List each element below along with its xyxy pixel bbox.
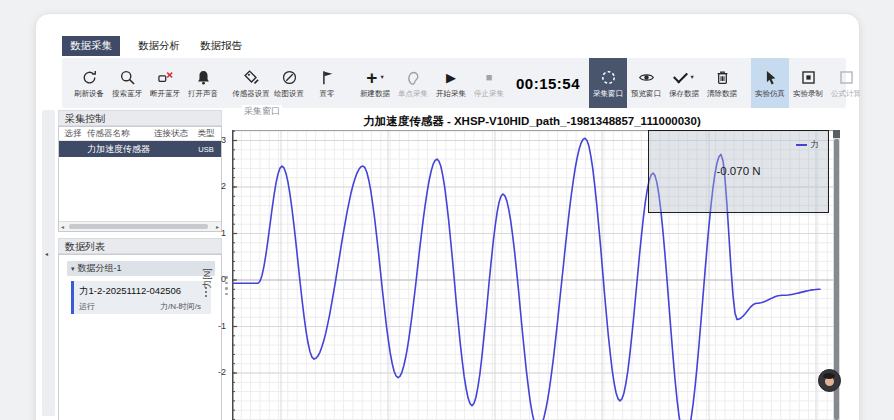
data-item-card[interactable]: 力1-2-20251112-042506 运行 力/N-时间/s: [71, 281, 211, 314]
scrollbar-top-cap[interactable]: [833, 130, 840, 138]
legend-entry-label: 力: [811, 139, 820, 151]
single-point-collect-button[interactable]: 单点采集: [394, 58, 432, 108]
sensor-settings-button[interactable]: 传感器设置: [232, 58, 270, 108]
bluetooth-disconnect-icon: [157, 68, 174, 87]
draw-settings-icon: [281, 68, 298, 87]
save-data-button[interactable]: ▾ 保存数据: [665, 58, 703, 108]
sidebar-collapse-strip[interactable]: ◂: [42, 110, 55, 416]
reading-annotation: -0.070 N: [649, 165, 828, 177]
refresh-device-button[interactable]: 刷新设备: [70, 58, 108, 108]
tab-data-report[interactable]: 数据报告: [198, 36, 244, 56]
button-label: 保存数据: [669, 89, 699, 99]
button-label: 实验录制: [793, 89, 823, 99]
toolbar: 刷新设备 搜索蓝牙 断开蓝牙 打开声音 传感器设置 绘图设置 置零 +▾ 新建数…: [62, 58, 846, 108]
formula-calc-button[interactable]: 公式计算: [827, 58, 865, 108]
stop-collect-button[interactable]: ■ 停止采集: [470, 58, 508, 108]
experiment-record-button[interactable]: 实验录制: [789, 58, 827, 108]
eye-icon: [638, 68, 655, 87]
search-icon: [119, 68, 136, 87]
capture-window-button[interactable]: 采集窗口: [589, 58, 627, 108]
record-icon: [800, 68, 817, 87]
y-axis-tick-labels: 3210-1-2: [198, 130, 228, 420]
button-label: 搜索蓝牙: [112, 89, 142, 99]
button-label: 传感器设置: [232, 89, 270, 99]
start-collect-button[interactable]: ▶ 开始采集: [432, 58, 470, 108]
data-group-label: 数据分组-1: [78, 262, 122, 275]
preview-window-button[interactable]: 预览窗口: [627, 58, 665, 108]
zoom-selection-box[interactable]: -0.070 N 力: [648, 130, 829, 213]
button-label: 实验仿真: [755, 89, 785, 99]
search-bluetooth-button[interactable]: 搜索蓝牙: [108, 58, 146, 108]
button-label: 刷新设备: [74, 89, 104, 99]
button-label: 预览窗口: [631, 89, 661, 99]
sensor-row[interactable]: 力加速度传感器 USB: [59, 141, 221, 157]
button-label: 采集窗口: [593, 89, 623, 99]
chevron-down-icon: ▾: [71, 265, 75, 273]
clear-data-button[interactable]: 清除数据: [703, 58, 741, 108]
button-label: 清除数据: [707, 89, 737, 99]
sensor-tag-icon: [243, 68, 260, 87]
ear-icon: [405, 68, 422, 87]
bell-icon: [195, 68, 212, 87]
chart-title: 力加速度传感器 - XHSP-V10HID_path_-1981348857_1…: [232, 114, 832, 129]
timer-display: 00:15:54: [516, 75, 580, 92]
disconnect-bluetooth-button[interactable]: 断开蓝牙: [146, 58, 184, 108]
scroll-left-icon[interactable]: ◂: [61, 223, 64, 230]
y-axis-tick-label: 3: [198, 135, 226, 145]
avatar-hair: [823, 373, 835, 379]
draw-settings-button[interactable]: 绘图设置: [270, 58, 308, 108]
tab-data-analysis[interactable]: 数据分析: [136, 36, 182, 56]
chart-legend: 力: [796, 139, 820, 151]
y-axis-tick-label: 0: [198, 274, 226, 284]
button-label: 新建数据: [360, 89, 390, 99]
zero-flag-icon: [319, 68, 336, 87]
refresh-icon: [81, 68, 98, 87]
button-label: 停止采集: [474, 89, 504, 99]
play-icon: ▶: [446, 70, 456, 85]
floating-avatar-button[interactable]: [818, 369, 841, 392]
dashed-circle-icon: [600, 68, 617, 87]
col-sensor-name: 传感器名称: [87, 128, 149, 140]
data-group-row[interactable]: ▾ 数据分组-1: [67, 261, 215, 276]
col-connect-status: 连接状态: [149, 128, 193, 140]
zero-button[interactable]: 置零: [308, 58, 346, 108]
check-icon: [673, 68, 688, 83]
sensor-table-header: 选择 传感器名称 连接状态 类型: [59, 127, 221, 141]
button-label: 单点采集: [398, 89, 428, 99]
chevron-down-icon[interactable]: ▾: [380, 74, 383, 80]
tab-data-collect[interactable]: 数据采集: [62, 36, 120, 56]
cursor-icon: [762, 68, 779, 87]
button-label: 公式计算: [831, 89, 861, 99]
y-axis-tick-label: -1: [198, 321, 226, 331]
data-item-axes: 力/N-时间/s: [160, 301, 201, 312]
y-axis-tick-label: -2: [198, 367, 226, 377]
plus-icon: +: [366, 70, 377, 85]
button-label: 绘图设置: [274, 89, 304, 99]
stop-icon: ■: [486, 70, 493, 85]
new-data-button[interactable]: +▾ 新建数据: [356, 58, 394, 108]
y-axis-tick-label: 1: [198, 228, 226, 238]
legend-line-swatch: [796, 144, 807, 146]
y-axis-tick-label: 2: [198, 181, 226, 191]
col-select: 选择: [59, 128, 87, 140]
collect-control-header: 采集控制: [58, 110, 222, 126]
chevron-down-icon[interactable]: ▾: [690, 74, 693, 80]
collapse-left-icon[interactable]: ◂: [45, 250, 48, 257]
scrollbar-thumb[interactable]: [69, 224, 208, 229]
button-label: 断开蓝牙: [150, 89, 180, 99]
trash-icon: [714, 68, 731, 87]
horizontal-scrollbar[interactable]: ◂ ▸: [59, 221, 221, 231]
experiment-simulate-button[interactable]: 实验仿真: [751, 58, 789, 108]
formula-icon: [838, 68, 855, 87]
data-item-title: 力1-2-20251112-042506: [79, 285, 207, 298]
button-label: 打开声音: [188, 89, 218, 99]
button-label: 开始采集: [436, 89, 466, 99]
button-label: 置零: [320, 89, 335, 99]
sensor-name: 力加速度传感器: [87, 143, 149, 156]
sound-toggle-button[interactable]: 打开声音: [184, 58, 222, 108]
data-item-status: 运行: [79, 301, 95, 312]
main-tab-bar: 数据采集 数据分析 数据报告: [62, 36, 244, 56]
